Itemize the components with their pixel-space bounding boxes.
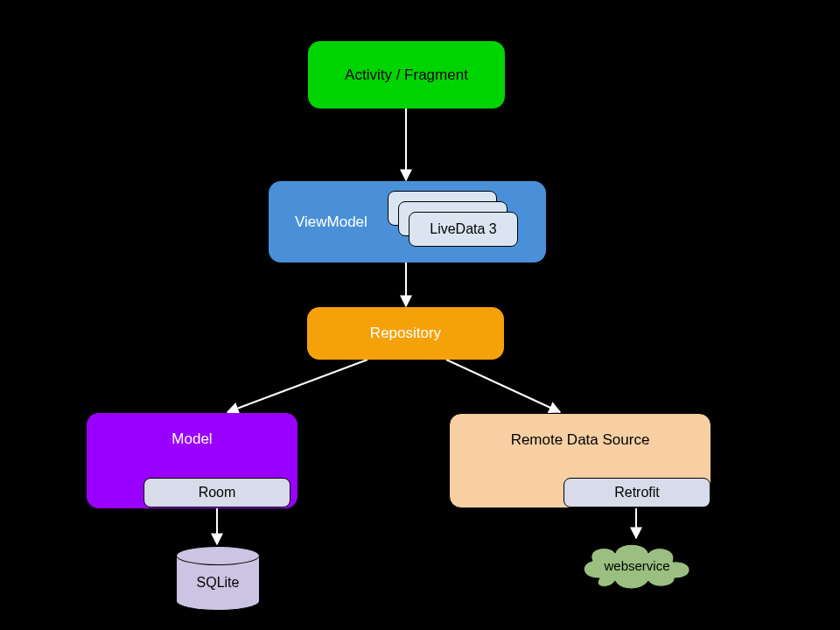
retrofit-node: Retrofit [564, 478, 710, 508]
livedata-node: LiveData 3 [409, 212, 518, 247]
svg-line-3 [446, 360, 560, 412]
room-label: Room [199, 485, 236, 500]
repository-label: Repository [370, 325, 441, 342]
webservice-node: webservice [573, 539, 701, 592]
room-node: Room [144, 478, 290, 508]
svg-line-2 [228, 360, 368, 412]
webservice-label: webservice [573, 539, 701, 592]
model-label: Model [172, 430, 212, 448]
livedata-label: LiveData 3 [430, 221, 497, 237]
remote-label: Remote Data Source [511, 431, 650, 449]
repository-node: Repository [307, 307, 504, 360]
sqlite-label: SQLite [197, 575, 240, 591]
viewmodel-label: ViewModel [295, 214, 368, 231]
sqlite-node: SQLite [176, 546, 260, 611]
activity-fragment-label: Activity / Fragment [345, 66, 468, 84]
retrofit-label: Retrofit [614, 485, 660, 500]
activity-fragment-node: Activity / Fragment [308, 41, 505, 108]
